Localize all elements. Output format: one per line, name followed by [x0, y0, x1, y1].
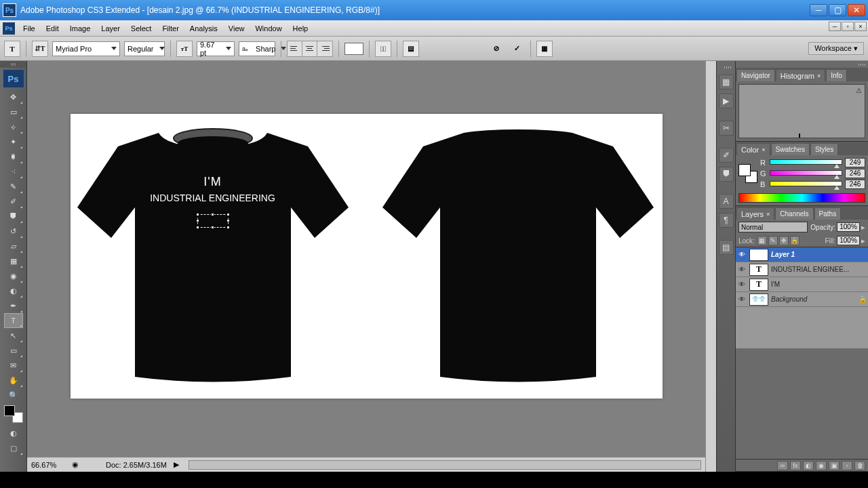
marquee-tool[interactable]: ▭ [4, 104, 23, 119]
layer-list[interactable]: TLayer 1TINDUSTRIAL ENGINEE...TI'M👕👕Back… [736, 247, 868, 348]
bridge-button[interactable]: ▦ [536, 41, 553, 57]
mdi-minimize-button[interactable]: ─ [829, 22, 841, 31]
adjustment-layer-button[interactable]: ◉ [816, 461, 827, 470]
mdi-close-button[interactable]: × [854, 22, 867, 31]
tab-info[interactable]: Info [826, 69, 847, 81]
layer-mask-button[interactable]: ◐ [803, 461, 814, 470]
vertical-scrollbar[interactable] [705, 61, 716, 472]
type-tool[interactable]: T [4, 313, 23, 328]
lock-all-button[interactable]: 🔒 [790, 236, 800, 245]
r-value[interactable]: 249 [845, 158, 865, 167]
font-family-dropdown[interactable]: Myriad Pro [52, 41, 120, 56]
strip-hist-icon[interactable]: ▶ [719, 94, 734, 108]
strip-clone-icon[interactable]: ⛊ [719, 167, 734, 182]
strip-char-icon[interactable]: A [719, 194, 734, 209]
tab-histogram[interactable]: Histogram× [776, 69, 825, 81]
layer-row[interactable]: 👕👕Background🔒 [736, 292, 868, 307]
eraser-tool[interactable]: ▱ [4, 239, 23, 253]
brush-tool[interactable]: ✐ [4, 194, 23, 209]
commit-edits-button[interactable]: ✓ [509, 41, 525, 57]
histogram-warning-icon[interactable]: ⚠ [854, 86, 863, 94]
zoom-level[interactable]: 66.67% [31, 461, 65, 469]
align-right-button[interactable] [317, 41, 332, 56]
new-layer-button[interactable]: ▫ [842, 461, 852, 470]
layer-row[interactable]: TLayer 1 [736, 247, 868, 262]
menu-filter[interactable]: Filter [157, 23, 184, 34]
tab-paths[interactable]: Paths [814, 207, 842, 220]
tab-channels[interactable]: Channels [775, 207, 813, 220]
zoom-menu-icon[interactable]: ◉ [72, 460, 79, 469]
path-select-tool[interactable]: ↖ [4, 328, 23, 343]
color-spectrum[interactable] [738, 193, 865, 203]
layer-fx-button[interactable]: fx [790, 461, 801, 470]
font-weight-dropdown[interactable]: Regular [124, 41, 165, 56]
antialias-dropdown[interactable]: aₐ Sharp [239, 41, 275, 56]
blur-tool[interactable]: ◉ [4, 268, 23, 283]
quickmask-button[interactable]: ◐ [4, 426, 23, 441]
mdi-restore-button[interactable]: ▫ [842, 22, 854, 31]
hand-tool[interactable]: ✋ [4, 373, 23, 388]
menu-analysis[interactable]: Analysis [184, 23, 223, 34]
layer-visibility-toggle[interactable] [737, 295, 747, 304]
healing-tool[interactable]: ✎ [4, 179, 23, 194]
fill-value[interactable]: 100% [837, 236, 860, 245]
layer-visibility-toggle[interactable] [737, 280, 747, 289]
r-slider[interactable] [770, 159, 842, 166]
character-panel-button[interactable]: ▤ [403, 41, 419, 57]
layer-row[interactable]: TI'M [736, 277, 868, 292]
layer-group-button[interactable]: ▣ [829, 461, 840, 470]
align-left-button[interactable] [288, 41, 302, 56]
menu-help[interactable]: Help [288, 23, 314, 34]
text-selection-box[interactable] [197, 214, 229, 228]
tab-navigator[interactable]: Navigator [736, 69, 775, 81]
strip-layercomp-icon[interactable]: ▤ [719, 240, 734, 255]
layer-row[interactable]: TINDUSTRIAL ENGINEE... [736, 262, 868, 277]
menu-edit[interactable]: Edit [41, 23, 64, 34]
link-layers-button[interactable]: ∞ [777, 461, 788, 470]
font-size-dropdown[interactable]: 9.67 pt [197, 41, 235, 56]
text-tool-preset-icon[interactable]: T [4, 41, 20, 57]
cancel-edits-button[interactable]: ⊘ [488, 41, 505, 57]
layer-visibility-toggle[interactable] [737, 265, 747, 274]
zoom-tool[interactable]: 🔍 [4, 388, 23, 403]
stamp-tool[interactable]: ⛊ [4, 209, 23, 224]
workspace-dropdown[interactable]: Workspace ▾ [808, 42, 864, 55]
pen-tool[interactable]: ✒ [4, 298, 23, 313]
canvas-area[interactable]: I'M INDUSTRIAL ENGINEERING [27, 61, 705, 457]
move-tool[interactable]: ✥ [4, 89, 23, 104]
tab-styles[interactable]: Styles [810, 143, 838, 155]
lock-pixels-button[interactable]: ✎ [768, 236, 778, 245]
gradient-tool[interactable]: ▦ [4, 253, 23, 268]
align-center-button[interactable] [302, 41, 317, 56]
dodge-tool[interactable]: ◐ [4, 283, 23, 298]
b-slider[interactable] [770, 181, 842, 188]
lock-position-button[interactable]: ✥ [779, 236, 789, 245]
text-orientation-button[interactable]: ⇵T [32, 41, 48, 57]
menu-window[interactable]: Window [250, 23, 287, 34]
panel-grip[interactable] [0, 61, 26, 68]
warp-text-button[interactable]: Ｔ̬ [375, 41, 391, 57]
horizontal-scrollbar[interactable] [189, 460, 701, 470]
lasso-tool[interactable]: ⟡ [4, 119, 23, 134]
g-value[interactable]: 246 [845, 169, 865, 178]
blend-mode-dropdown[interactable]: Normal [738, 222, 808, 232]
fg-bg-swatches[interactable] [738, 164, 757, 183]
screenmode-button[interactable]: ▢ [4, 441, 23, 455]
window-minimize-button[interactable]: ─ [810, 4, 827, 16]
wand-tool[interactable]: ✦ [4, 134, 23, 149]
shape-tool[interactable]: ▭ [4, 343, 23, 358]
window-close-button[interactable]: ✕ [848, 4, 865, 16]
document-canvas[interactable]: I'M INDUSTRIAL ENGINEERING [71, 114, 663, 399]
layer-visibility-toggle[interactable] [737, 250, 747, 260]
window-maximize-button[interactable]: ▢ [829, 4, 846, 16]
strip-brush-icon[interactable]: ✐ [719, 148, 734, 163]
crop-tool[interactable]: ⧯ [4, 149, 23, 164]
delete-layer-button[interactable]: 🗑 [854, 461, 865, 470]
menu-view[interactable]: View [223, 23, 250, 34]
menu-file[interactable]: File [18, 23, 41, 34]
menu-image[interactable]: Image [64, 23, 96, 34]
g-slider[interactable] [770, 170, 842, 177]
opacity-value[interactable]: 100% [837, 222, 860, 232]
strip-nav-icon[interactable]: ▦ [719, 75, 734, 89]
status-menu[interactable]: ▶ [174, 460, 179, 469]
